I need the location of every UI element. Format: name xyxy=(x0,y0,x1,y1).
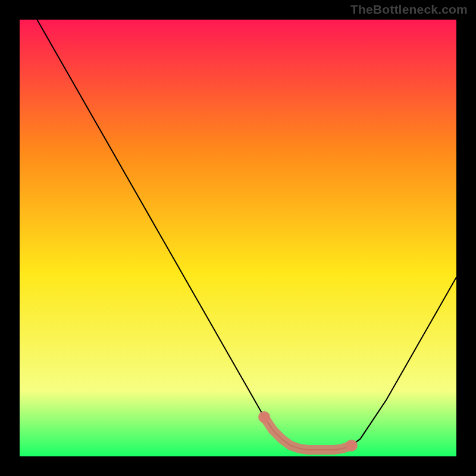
chart-svg xyxy=(20,20,456,456)
chart-container: TheBottleneck.com xyxy=(0,0,476,476)
highlight-dot-right xyxy=(346,440,358,452)
watermark-text: TheBottleneck.com xyxy=(350,2,468,17)
plot-area xyxy=(20,20,456,456)
highlight-dot-left xyxy=(258,411,270,423)
